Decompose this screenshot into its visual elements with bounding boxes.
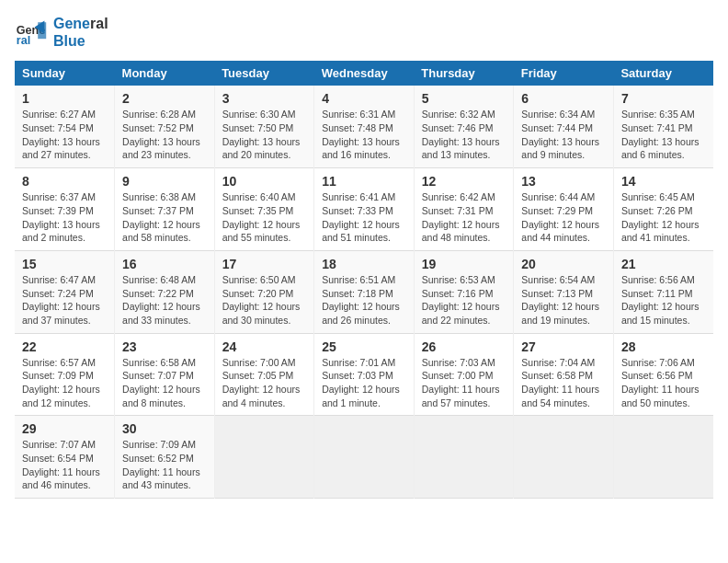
day-cell: 11 Sunrise: 6:41 AM Sunset: 7:33 PM Dayl… bbox=[314, 168, 415, 251]
week-row-2: 8 Sunrise: 6:37 AM Sunset: 7:39 PM Dayli… bbox=[15, 168, 713, 251]
day-info: Sunrise: 6:38 AM Sunset: 7:37 PM Dayligh… bbox=[122, 190, 207, 245]
day-number: 15 bbox=[22, 257, 107, 271]
day-number: 25 bbox=[322, 339, 406, 354]
day-cell: 23 Sunrise: 6:58 AM Sunset: 7:07 PM Dayl… bbox=[115, 333, 215, 416]
calendar-table: Sunday Monday Tuesday Wednesday Thursday… bbox=[15, 61, 713, 499]
day-number: 4 bbox=[322, 91, 406, 106]
day-cell: 24 Sunrise: 7:00 AM Sunset: 7:05 PM Dayl… bbox=[214, 333, 314, 416]
day-info: Sunrise: 6:27 AM Sunset: 7:54 PM Dayligh… bbox=[22, 108, 107, 162]
day-cell bbox=[314, 416, 415, 499]
day-cell: 9 Sunrise: 6:38 AM Sunset: 7:37 PM Dayli… bbox=[115, 168, 215, 251]
day-number: 1 bbox=[22, 91, 107, 106]
day-info: Sunrise: 6:45 AM Sunset: 7:26 PM Dayligh… bbox=[621, 190, 706, 245]
day-info: Sunrise: 6:35 AM Sunset: 7:41 PM Dayligh… bbox=[621, 108, 706, 162]
day-info: Sunrise: 6:58 AM Sunset: 7:07 PM Dayligh… bbox=[122, 356, 207, 410]
day-number: 17 bbox=[222, 257, 307, 271]
day-info: Sunrise: 6:41 AM Sunset: 7:33 PM Dayligh… bbox=[322, 190, 406, 245]
day-info: Sunrise: 6:54 AM Sunset: 7:13 PM Dayligh… bbox=[521, 273, 606, 327]
day-info: Sunrise: 7:04 AM Sunset: 6:58 PM Dayligh… bbox=[521, 356, 606, 410]
logo-text-line2: Blue bbox=[53, 32, 108, 50]
day-cell: 7 Sunrise: 6:35 AM Sunset: 7:41 PM Dayli… bbox=[613, 86, 713, 167]
day-cell: 4 Sunrise: 6:31 AM Sunset: 7:48 PM Dayli… bbox=[314, 86, 415, 167]
day-info: Sunrise: 7:00 AM Sunset: 7:05 PM Dayligh… bbox=[222, 356, 307, 410]
day-cell: 16 Sunrise: 6:48 AM Sunset: 7:22 PM Dayl… bbox=[115, 250, 215, 333]
col-tuesday: Tuesday bbox=[214, 61, 314, 86]
day-info: Sunrise: 6:31 AM Sunset: 7:48 PM Dayligh… bbox=[322, 108, 406, 162]
col-saturday: Saturday bbox=[613, 61, 713, 86]
day-cell: 26 Sunrise: 7:03 AM Sunset: 7:00 PM Dayl… bbox=[414, 333, 514, 416]
day-cell: 28 Sunrise: 7:06 AM Sunset: 6:56 PM Dayl… bbox=[613, 333, 713, 416]
page-header: Gene ral General Blue bbox=[15, 15, 713, 50]
day-cell: 6 Sunrise: 6:34 AM Sunset: 7:44 PM Dayli… bbox=[514, 86, 614, 167]
day-cell: 30 Sunrise: 7:09 AM Sunset: 6:52 PM Dayl… bbox=[115, 416, 215, 499]
day-number: 11 bbox=[322, 174, 406, 189]
day-cell: 27 Sunrise: 7:04 AM Sunset: 6:58 PM Dayl… bbox=[514, 333, 614, 416]
week-row-5: 29 Sunrise: 7:07 AM Sunset: 6:54 PM Dayl… bbox=[15, 416, 713, 499]
day-cell bbox=[214, 416, 314, 499]
day-info: Sunrise: 6:37 AM Sunset: 7:39 PM Dayligh… bbox=[22, 190, 107, 245]
day-info: Sunrise: 6:32 AM Sunset: 7:46 PM Dayligh… bbox=[422, 108, 506, 162]
col-monday: Monday bbox=[115, 61, 215, 86]
day-number: 19 bbox=[422, 257, 506, 271]
day-number: 9 bbox=[122, 174, 207, 189]
svg-text:ral: ral bbox=[17, 34, 30, 47]
day-info: Sunrise: 6:48 AM Sunset: 7:22 PM Dayligh… bbox=[122, 273, 207, 327]
day-cell: 17 Sunrise: 6:50 AM Sunset: 7:20 PM Dayl… bbox=[214, 250, 314, 333]
day-info: Sunrise: 7:06 AM Sunset: 6:56 PM Dayligh… bbox=[621, 356, 706, 410]
col-thursday: Thursday bbox=[414, 61, 514, 86]
day-info: Sunrise: 6:57 AM Sunset: 7:09 PM Dayligh… bbox=[22, 356, 107, 410]
day-number: 2 bbox=[122, 91, 207, 106]
day-number: 21 bbox=[621, 257, 706, 271]
day-number: 8 bbox=[22, 174, 107, 189]
col-wednesday: Wednesday bbox=[314, 61, 415, 86]
day-cell: 12 Sunrise: 6:42 AM Sunset: 7:31 PM Dayl… bbox=[414, 168, 514, 251]
day-info: Sunrise: 6:56 AM Sunset: 7:11 PM Dayligh… bbox=[621, 273, 706, 327]
day-number: 26 bbox=[422, 339, 506, 354]
day-info: Sunrise: 7:01 AM Sunset: 7:03 PM Dayligh… bbox=[322, 356, 406, 410]
day-cell: 21 Sunrise: 6:56 AM Sunset: 7:11 PM Dayl… bbox=[613, 250, 713, 333]
day-cell: 1 Sunrise: 6:27 AM Sunset: 7:54 PM Dayli… bbox=[15, 86, 115, 167]
day-cell: 2 Sunrise: 6:28 AM Sunset: 7:52 PM Dayli… bbox=[115, 86, 215, 167]
day-number: 14 bbox=[621, 174, 706, 189]
logo: Gene ral General Blue bbox=[15, 15, 108, 50]
day-number: 6 bbox=[521, 91, 606, 106]
day-cell bbox=[514, 416, 614, 499]
day-cell: 13 Sunrise: 6:44 AM Sunset: 7:29 PM Dayl… bbox=[514, 168, 614, 251]
logo-text-line1: General bbox=[53, 15, 108, 32]
day-cell: 20 Sunrise: 6:54 AM Sunset: 7:13 PM Dayl… bbox=[514, 250, 614, 333]
day-info: Sunrise: 7:03 AM Sunset: 7:00 PM Dayligh… bbox=[422, 356, 506, 410]
day-info: Sunrise: 7:07 AM Sunset: 6:54 PM Dayligh… bbox=[22, 438, 107, 492]
day-number: 13 bbox=[521, 174, 606, 189]
week-row-3: 15 Sunrise: 6:47 AM Sunset: 7:24 PM Dayl… bbox=[15, 250, 713, 333]
day-cell: 25 Sunrise: 7:01 AM Sunset: 7:03 PM Dayl… bbox=[314, 333, 415, 416]
day-number: 7 bbox=[621, 91, 706, 106]
day-cell: 14 Sunrise: 6:45 AM Sunset: 7:26 PM Dayl… bbox=[613, 168, 713, 251]
day-cell: 10 Sunrise: 6:40 AM Sunset: 7:35 PM Dayl… bbox=[214, 168, 314, 251]
day-number: 23 bbox=[122, 339, 207, 354]
day-number: 20 bbox=[521, 257, 606, 271]
logo-icon: Gene ral bbox=[15, 16, 48, 49]
header-row: Sunday Monday Tuesday Wednesday Thursday… bbox=[15, 61, 713, 86]
day-info: Sunrise: 6:50 AM Sunset: 7:20 PM Dayligh… bbox=[222, 273, 307, 327]
day-number: 28 bbox=[621, 339, 706, 354]
day-number: 24 bbox=[222, 339, 307, 354]
day-cell: 29 Sunrise: 7:07 AM Sunset: 6:54 PM Dayl… bbox=[15, 416, 115, 499]
day-cell: 15 Sunrise: 6:47 AM Sunset: 7:24 PM Dayl… bbox=[15, 250, 115, 333]
day-info: Sunrise: 6:53 AM Sunset: 7:16 PM Dayligh… bbox=[422, 273, 506, 327]
day-number: 27 bbox=[521, 339, 606, 354]
day-number: 22 bbox=[22, 339, 107, 354]
day-number: 10 bbox=[222, 174, 307, 189]
day-number: 30 bbox=[122, 421, 207, 436]
day-number: 3 bbox=[222, 91, 307, 106]
day-info: Sunrise: 6:42 AM Sunset: 7:31 PM Dayligh… bbox=[422, 190, 506, 245]
day-cell bbox=[414, 416, 514, 499]
day-info: Sunrise: 6:30 AM Sunset: 7:50 PM Dayligh… bbox=[222, 108, 307, 162]
day-number: 18 bbox=[322, 257, 406, 271]
day-info: Sunrise: 6:47 AM Sunset: 7:24 PM Dayligh… bbox=[22, 273, 107, 327]
day-info: Sunrise: 6:40 AM Sunset: 7:35 PM Dayligh… bbox=[222, 190, 307, 245]
day-cell: 5 Sunrise: 6:32 AM Sunset: 7:46 PM Dayli… bbox=[414, 86, 514, 167]
col-friday: Friday bbox=[514, 61, 614, 86]
day-cell: 19 Sunrise: 6:53 AM Sunset: 7:16 PM Dayl… bbox=[414, 250, 514, 333]
day-cell: 18 Sunrise: 6:51 AM Sunset: 7:18 PM Dayl… bbox=[314, 250, 415, 333]
day-cell: 3 Sunrise: 6:30 AM Sunset: 7:50 PM Dayli… bbox=[214, 86, 314, 167]
